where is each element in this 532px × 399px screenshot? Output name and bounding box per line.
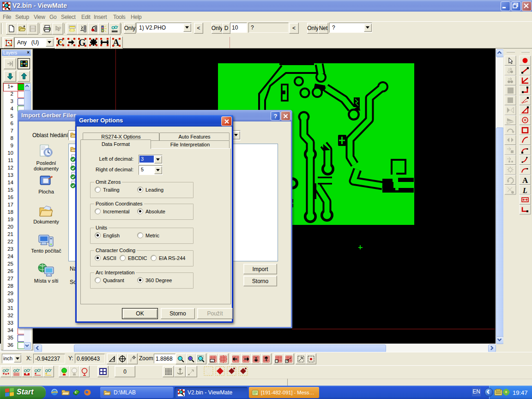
svg-text:A: A bbox=[522, 176, 528, 185]
svg-text:L: L bbox=[522, 187, 527, 194]
svg-text:?: ? bbox=[58, 26, 61, 31]
svg-text:L: L bbox=[75, 391, 77, 394]
svg-text:oo: oo bbox=[211, 359, 213, 362]
